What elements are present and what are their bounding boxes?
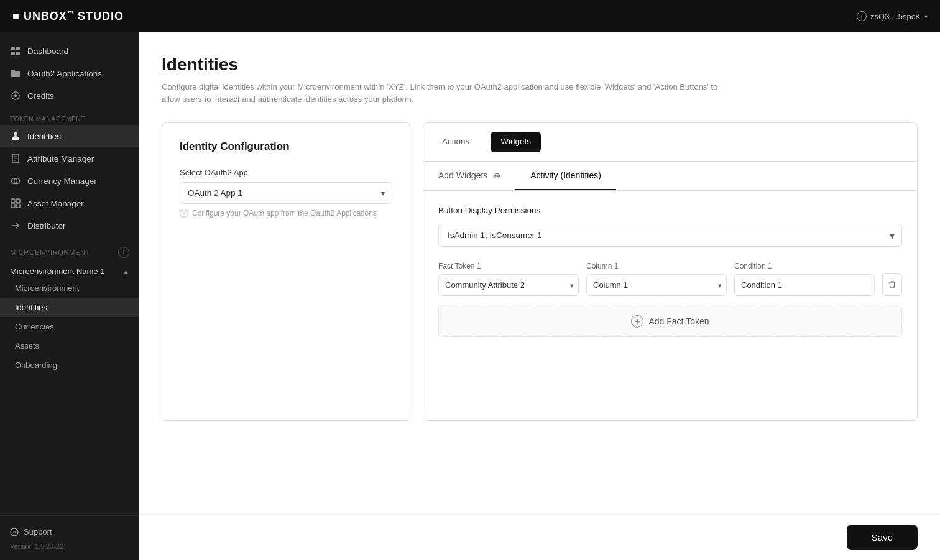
svg-rect-2 [11, 52, 15, 55]
panel-tabs: Add Widgets ⊕ Activity (Identities) [423, 162, 917, 191]
svg-rect-13 [11, 199, 15, 203]
microenv-sub-onboarding[interactable]: Onboarding [0, 356, 139, 375]
info-icon: i [857, 11, 867, 21]
panel-tab-add-widgets[interactable]: Add Widgets ⊕ [423, 162, 515, 190]
circle-dot-icon [10, 90, 21, 101]
fact-token-select[interactable]: Community Attribute 2 [438, 274, 579, 296]
svg-rect-14 [16, 199, 20, 203]
add-fact-token-button[interactable]: + Add Fact Token [438, 306, 902, 337]
svg-rect-1 [16, 47, 20, 50]
tab-actions[interactable]: Actions [432, 132, 479, 152]
support-link[interactable]: ? Support [10, 523, 129, 540]
svg-rect-15 [11, 204, 15, 208]
coins-icon [10, 175, 21, 186]
sidebar-item-distributor[interactable]: Distributor [0, 214, 139, 237]
sidebar-item-label: Asset Manager [27, 199, 84, 208]
microenv-sub-currencies[interactable]: Currencies [0, 317, 139, 336]
sidebar-item-attribute-manager[interactable]: Attribute Manager [0, 147, 139, 170]
add-microenv-icon[interactable]: + [118, 247, 129, 258]
fact-token-select-wrapper: Community Attribute 2 ▾ [438, 274, 579, 296]
microenv-label: Microenvironment [10, 249, 90, 256]
svg-rect-3 [16, 52, 20, 55]
column-select[interactable]: Column 1 [586, 274, 727, 296]
svg-text:?: ? [13, 530, 16, 536]
token-management-label: Token Management [0, 107, 139, 125]
button-display-label: Button Display Permissions [438, 206, 902, 215]
oauth-select-wrapper: OAuth 2 App 1 ▾ [180, 182, 392, 204]
microenv-sub-assets[interactable]: Assets [0, 336, 139, 356]
permissions-select-wrapper: IsAdmin 1, IsConsumer 1 ▾ [438, 224, 902, 247]
condition-col: Condition 1 [734, 262, 875, 296]
app-logo: ■ UNBOX™ STUDIO [12, 10, 124, 23]
svg-point-6 [14, 132, 17, 136]
sidebar-item-asset-manager[interactable]: Asset Manager [0, 192, 139, 214]
sidebar-item-label: Oauth2 Applications [27, 69, 102, 78]
config-hint: i Configure your OAuth app from the Oaut… [180, 209, 392, 218]
sidebar-item-credits[interactable]: Credits [0, 85, 139, 107]
grid2-icon [10, 198, 21, 209]
delete-fact-token-button[interactable] [882, 273, 902, 296]
microenv-section: Microenvironment + Microenvironment Name… [0, 237, 139, 375]
document-icon [10, 153, 21, 164]
sidebar: Dashboard Oauth2 Applications Credits To… [0, 32, 139, 560]
chevron-down-icon: ▾ [924, 13, 928, 20]
sidebar-item-label: Currency Manager [27, 177, 97, 186]
condition-input[interactable] [734, 274, 875, 296]
trash-icon [888, 280, 896, 289]
hint-text: Configure your OAuth app from the Oauth2… [192, 209, 377, 218]
svg-point-5 [14, 94, 17, 97]
condition-label: Condition 1 [734, 262, 875, 270]
main-area: Identities Configure digital identities … [139, 32, 940, 560]
sidebar-item-identities[interactable]: Identities [0, 125, 139, 147]
permissions-select[interactable]: IsAdmin 1, IsConsumer 1 [438, 224, 902, 247]
sidebar-item-label: Attribute Manager [27, 154, 94, 163]
column-select-wrapper: Column 1 ▾ [586, 274, 727, 296]
folder-icon [10, 68, 21, 79]
column-label: Column 1 [586, 262, 727, 270]
identity-config-card: Identity Configuration Select OAuth2 App… [162, 122, 410, 421]
grid-icon [10, 45, 21, 57]
sidebar-item-currency-manager[interactable]: Currency Manager [0, 170, 139, 192]
user-icon [10, 131, 21, 142]
fact-token-label: Fact Token 1 [438, 262, 579, 270]
column-col: Column 1 Column 1 ▾ [586, 262, 727, 296]
chevron-up-icon: ▲ [122, 268, 129, 275]
select-oauth-label: Select OAuth2 App [180, 168, 392, 177]
plus-circle-icon: ⊕ [494, 171, 500, 180]
sidebar-item-label: Dashboard [27, 47, 68, 56]
svg-rect-0 [11, 47, 15, 50]
oauth-app-select[interactable]: OAuth 2 App 1 [180, 182, 392, 204]
sidebar-item-dashboard[interactable]: Dashboard [0, 40, 139, 62]
right-panel: Actions Widgets Add Widgets ⊕ Activity (… [423, 122, 918, 421]
tab-widgets[interactable]: Widgets [491, 132, 541, 152]
microenv-name[interactable]: Microenvironment Name 1 [10, 267, 104, 276]
support-label: Support [24, 527, 52, 536]
topbar: ■ UNBOX™ STUDIO i zsQ3....5spcK ▾ [0, 0, 940, 32]
fact-token-row: Fact Token 1 Community Attribute 2 ▾ Col… [438, 262, 902, 296]
microenv-sub-microenvironment[interactable]: Microenvironment [0, 278, 139, 298]
sidebar-item-label: Credits [27, 91, 54, 101]
panel-tab-activity[interactable]: Activity (Identities) [515, 162, 616, 190]
page-title: Identities [162, 55, 918, 75]
microenv-header[interactable]: Microenvironment + [0, 242, 139, 263]
svg-rect-16 [16, 204, 20, 208]
arrow-icon [10, 220, 21, 231]
sidebar-item-label: Identities [27, 132, 61, 141]
panel-body: Button Display Permissions IsAdmin 1, Is… [423, 191, 917, 352]
version-text: Version 1.5.23-22 [10, 540, 129, 553]
add-fact-token-label: Add Fact Token [648, 316, 709, 326]
page-description: Configure digital identities within your… [162, 81, 721, 105]
save-button[interactable]: Save [847, 525, 918, 550]
config-card-title: Identity Configuration [180, 140, 392, 153]
sidebar-item-oauth2[interactable]: Oauth2 Applications [0, 62, 139, 85]
main-footer: Save [139, 514, 940, 560]
user-menu[interactable]: i zsQ3....5spcK ▾ [857, 11, 928, 21]
delete-col [882, 273, 902, 296]
user-id: zsQ3....5spcK [870, 12, 921, 21]
plus-circle-icon: + [631, 315, 643, 328]
sidebar-item-label: Distributor [27, 221, 66, 231]
fact-token-col: Fact Token 1 Community Attribute 2 ▾ [438, 262, 579, 296]
microenv-sub-identities[interactable]: Identities [0, 298, 139, 317]
hint-icon: i [180, 209, 188, 218]
